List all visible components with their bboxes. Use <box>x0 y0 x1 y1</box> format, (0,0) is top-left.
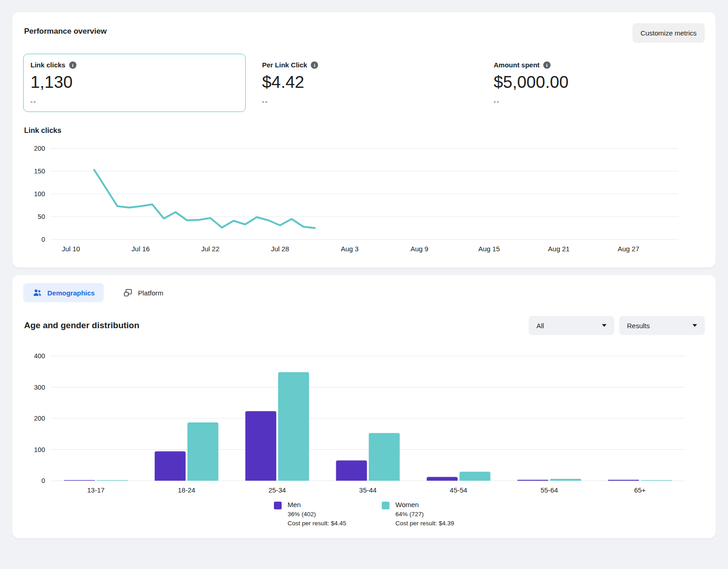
metric-value: $5,000.00 <box>494 73 702 92</box>
line-chart-svg: 050100150200Jul 10Jul 16Jul 22Jul 28Aug … <box>23 139 705 256</box>
metric-label: Per Link Click i <box>262 61 470 69</box>
filter-dropdowns: All Results <box>529 316 705 335</box>
gender-filter-dropdown[interactable]: All <box>529 316 614 335</box>
overview-header: Performance overview Customize metrics <box>23 23 705 43</box>
link-clicks-series-line <box>94 170 315 228</box>
x-axis-tick-label: Jul 10 <box>62 245 80 253</box>
bar-men-45-54 <box>427 477 458 481</box>
metric-delta: -- <box>262 98 470 105</box>
metrics-row: Link clicks i 1,130 -- Per Link Click i … <box>23 54 705 112</box>
info-icon[interactable]: i <box>311 61 318 69</box>
bar-men-18-24 <box>155 452 186 481</box>
bar-women-18-24 <box>187 422 218 481</box>
x-axis-category-label: 35-44 <box>359 486 376 494</box>
bar-women-55-64 <box>550 479 581 481</box>
metric-filter-dropdown[interactable]: Results <box>619 316 705 335</box>
bar-men-65+ <box>608 480 639 481</box>
metric-label: Link clicks i <box>30 61 238 69</box>
legend-cost-per-result: Cost per result: $4.39 <box>395 520 454 527</box>
x-axis-tick-label: Aug 3 <box>341 245 359 253</box>
info-icon[interactable]: i <box>69 61 76 69</box>
x-axis-category-label: 18-24 <box>178 486 195 494</box>
performance-overview-card: Performance overview Customize metrics L… <box>12 12 716 268</box>
bar-men-55-64 <box>517 480 548 481</box>
y-axis-tick-label: 100 <box>34 446 45 453</box>
legend-item-men: Men 36% (402) Cost per result: $4.45 <box>274 501 346 527</box>
line-chart-title: Link clicks <box>24 127 705 135</box>
metric-delta: -- <box>494 98 702 105</box>
metric-label-text: Amount spent <box>494 61 540 69</box>
x-axis-category-label: 55-64 <box>541 486 558 494</box>
chevron-down-icon <box>602 324 607 327</box>
legend-name: Women <box>395 501 454 508</box>
x-axis-category-label: 25-34 <box>268 486 286 494</box>
platform-icon <box>123 288 133 298</box>
chevron-down-icon <box>693 324 697 327</box>
y-axis-tick-label: 0 <box>41 236 45 243</box>
link-clicks-line-chart: 050100150200Jul 10Jul 16Jul 22Jul 28Aug … <box>23 139 705 256</box>
people-icon <box>32 288 42 298</box>
age-gender-title: Age and gender distribution <box>24 320 139 330</box>
metric-label-text: Per Link Click <box>262 61 307 69</box>
x-axis-category-label: 13-17 <box>87 486 104 494</box>
bar-women-13-17 <box>97 480 128 481</box>
info-icon[interactable]: i <box>543 61 551 69</box>
x-axis-tick-label: Aug 15 <box>478 245 500 253</box>
y-axis-tick-label: 200 <box>34 145 45 152</box>
legend-name: Men <box>288 501 346 508</box>
bar-men-13-17 <box>64 480 95 481</box>
bar-chart-svg: 010020030040013-1718-2425-3435-4445-5455… <box>23 348 705 497</box>
bar-women-25-34 <box>278 372 309 481</box>
metric-label-text: Link clicks <box>30 61 66 69</box>
x-axis-category-label: 45-54 <box>450 486 467 494</box>
bar-men-25-34 <box>245 411 276 481</box>
legend-item-women: Women 64% (727) Cost per result: $4.39 <box>382 501 454 527</box>
page-title: Performance overview <box>24 27 106 36</box>
metric-value: $4.42 <box>262 73 470 92</box>
men-color-swatch <box>274 502 282 509</box>
x-axis-tick-label: Jul 22 <box>201 245 219 253</box>
metric-card-amount-spent[interactable]: Amount spent i $5,000.00 -- <box>486 54 709 112</box>
y-axis-tick-label: 300 <box>34 384 45 391</box>
dropdown-value: All <box>536 322 544 330</box>
x-axis-tick-label: Jul 16 <box>131 245 150 253</box>
metric-card-link-clicks[interactable]: Link clicks i 1,130 -- <box>23 54 246 112</box>
women-color-swatch <box>382 502 389 509</box>
y-axis-tick-label: 150 <box>34 168 45 175</box>
tab-platform[interactable]: Platform <box>114 283 172 302</box>
dropdown-value: Results <box>627 322 650 330</box>
legend-cost-per-result: Cost per result: $4.45 <box>288 520 346 527</box>
y-axis-tick-label: 0 <box>41 477 45 484</box>
tab-label: Platform <box>138 289 163 297</box>
y-axis-tick-label: 50 <box>38 213 45 220</box>
legend-share: 36% (402) <box>288 511 346 518</box>
y-axis-tick-label: 400 <box>34 352 45 360</box>
tab-demographics[interactable]: Demographics <box>23 283 104 302</box>
metric-card-per-link-click[interactable]: Per Link Click i $4.42 -- <box>255 54 477 112</box>
metric-delta: -- <box>30 98 238 105</box>
metric-value: 1,130 <box>30 73 238 92</box>
section-header: Age and gender distribution All Results <box>23 316 705 335</box>
legend-share: 64% (727) <box>395 511 454 518</box>
x-axis-tick-label: Aug 9 <box>410 245 428 253</box>
bar-men-35-44 <box>336 460 367 481</box>
bar-women-35-44 <box>369 433 400 481</box>
tab-label: Demographics <box>47 289 95 297</box>
breakdown-card: Demographics Platform Age and gender dis… <box>12 275 716 539</box>
metric-label: Amount spent i <box>494 61 702 69</box>
age-gender-bar-chart: 010020030040013-1718-2425-3435-4445-5455… <box>23 348 705 497</box>
x-axis-tick-label: Aug 21 <box>548 245 570 253</box>
x-axis-tick-label: Jul 28 <box>271 245 289 253</box>
x-axis-tick-label: Aug 27 <box>617 245 639 253</box>
bar-women-65+ <box>641 480 672 481</box>
x-axis-category-label: 65+ <box>634 486 646 494</box>
bar-women-45-54 <box>460 472 490 481</box>
breakdown-tabs: Demographics Platform <box>23 283 705 302</box>
y-axis-tick-label: 200 <box>34 415 45 422</box>
y-axis-tick-label: 100 <box>34 190 45 198</box>
customize-metrics-button[interactable]: Customize metrics <box>632 23 705 43</box>
chart-legend: Men 36% (402) Cost per result: $4.45 Wom… <box>23 501 705 527</box>
